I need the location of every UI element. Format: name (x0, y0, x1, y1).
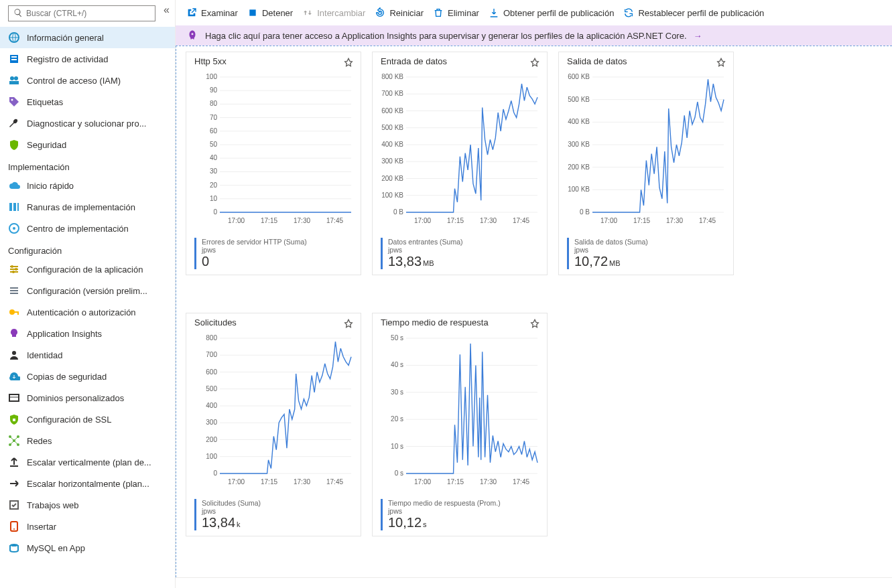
svg-point-15 (12, 271, 15, 273)
arrow-right-icon: → (694, 31, 702, 41)
nav-main-item-0[interactable]: Información general (0, 27, 175, 48)
nav-conf-item-13[interactable]: MySQL en App (0, 537, 175, 559)
open-external-icon (186, 7, 197, 18)
stop-icon (247, 7, 258, 18)
svg-text:17:15: 17:15 (261, 478, 277, 486)
svg-text:17:00: 17:00 (414, 478, 431, 486)
nav-label: Escalar verticalmente (plan de... (27, 457, 151, 467)
metric-card-requests[interactable]: Solicitudes 010020030040050060070080017:… (186, 313, 361, 536)
nav-impl-item-1[interactable]: Ranuras de implementación (0, 196, 175, 218)
card-title: Http 5xx (186, 52, 361, 66)
nav-main-item-2[interactable]: Control de acceso (IAM) (0, 70, 175, 91)
svg-text:700 KB: 700 KB (381, 90, 403, 97)
swap-icon (302, 7, 313, 18)
nav-conf-item-3[interactable]: Application Insights (0, 323, 175, 344)
nav-label: Control de acceso (IAM) (27, 76, 121, 86)
svg-text:400 KB: 400 KB (568, 118, 590, 125)
sidebar: « Información generalRegistro de activid… (0, 0, 176, 588)
svg-text:20: 20 (210, 181, 218, 189)
nav-conf-item-8[interactable]: Redes (0, 430, 175, 451)
svg-text:90: 90 (210, 86, 218, 94)
svg-point-14 (15, 268, 17, 271)
iam-icon (8, 74, 20, 86)
svg-text:50: 50 (210, 141, 218, 148)
svg-text:60: 60 (210, 127, 218, 135)
refresh-icon (623, 7, 634, 18)
svg-text:17:15: 17:15 (447, 478, 464, 486)
legend-sub: jpws (388, 507, 539, 515)
nav-label: Inicio rápido (27, 181, 74, 191)
collapse-sidebar-icon[interactable]: « (164, 4, 170, 16)
pin-icon[interactable] (343, 319, 354, 329)
svg-text:200 KB: 200 KB (381, 175, 403, 182)
svg-text:17:45: 17:45 (326, 478, 343, 486)
svg-text:600 KB: 600 KB (381, 107, 403, 115)
center-icon (8, 222, 20, 234)
push-icon (8, 520, 20, 532)
nav-conf-item-11[interactable]: Trabajos web (0, 494, 175, 516)
chart-data_out: 0 B100 KB200 KB300 KB400 KB500 KB600 KB1… (559, 66, 733, 234)
svg-text:0 B: 0 B (393, 208, 403, 216)
nav-conf-item-7[interactable]: Configuración de SSL (0, 409, 175, 430)
network-icon (8, 435, 20, 447)
svg-text:100: 100 (206, 73, 217, 80)
insights-banner[interactable]: Haga clic aquí para tener acceso a Appli… (176, 25, 892, 46)
pin-icon[interactable] (343, 58, 354, 68)
shield-icon (8, 139, 20, 151)
nav-label: Ranuras de implementación (27, 202, 135, 212)
scaleout-icon (8, 477, 20, 490)
nav-impl-item-2[interactable]: Centro de implementación (0, 218, 175, 239)
get-profile-button[interactable]: Obtener perfil de publicación (489, 7, 615, 18)
search-icon (13, 8, 23, 17)
svg-text:700: 700 (206, 351, 217, 358)
nav-label: Identidad (27, 350, 63, 360)
nav-conf-item-6[interactable]: Dominios personalizados (0, 387, 175, 409)
metric-card-data_out[interactable]: Salida de datos 0 B100 KB200 KB300 KB400… (558, 52, 734, 275)
svg-point-19 (12, 351, 16, 355)
metric-card-http5xx[interactable]: Http 5xx 010203040506070809010017:0017:1… (186, 52, 361, 275)
pin-icon[interactable] (529, 58, 540, 68)
nav-label: Trabajos web (27, 500, 79, 510)
nav-label: Configuración (versión prelim... (27, 286, 147, 296)
svg-text:17:15: 17:15 (447, 217, 464, 224)
nav-conf-item-4[interactable]: Identidad (0, 344, 175, 366)
nav-main-item-3[interactable]: Etiquetas (0, 91, 175, 113)
nav-conf-item-10[interactable]: Escalar horizontalmente (plan... (0, 473, 175, 494)
nav-main-item-4[interactable]: Diagnosticar y solucionar pro... (0, 113, 175, 134)
metric-card-data_in[interactable]: Entrada de datos 0 B100 KB200 KB300 KB40… (372, 52, 548, 275)
nav-conf-item-0[interactable]: Configuración de la aplicación (0, 259, 175, 280)
examine-button[interactable]: Examinar (186, 7, 238, 18)
card-title: Solicitudes (186, 313, 361, 327)
restart-button[interactable]: Reiniciar (375, 7, 424, 18)
pin-icon[interactable] (529, 319, 540, 329)
nav-conf-item-9[interactable]: Escalar verticalmente (plan de... (0, 451, 175, 473)
svg-text:70: 70 (210, 114, 218, 121)
svg-text:17:45: 17:45 (513, 478, 529, 486)
legend: Errores de servidor HTTP (Suma) jpws 0 (194, 238, 353, 269)
chart-requests: 010020030040050060070080017:0017:1517:30… (186, 327, 361, 495)
metric-card-resp_time[interactable]: Tiempo medio de respuesta 0 s10 s20 s30 … (372, 313, 548, 536)
pin-icon[interactable] (716, 58, 726, 68)
search-input[interactable] (8, 5, 155, 21)
webjobs-icon (8, 499, 20, 511)
nav-conf-item-5[interactable]: Copias de seguridad (0, 366, 175, 387)
nav-label: Configuración de la aplicación (27, 265, 143, 275)
nav-conf-item-2[interactable]: Autenticación o autorización (0, 301, 175, 323)
nav-label: Application Insights (27, 329, 102, 339)
card-title: Entrada de datos (373, 52, 547, 66)
horizontal-scrollbar[interactable] (176, 577, 892, 588)
svg-text:30 s: 30 s (391, 388, 403, 396)
nav-impl-item-0[interactable]: Inicio rápido (0, 175, 175, 196)
legend: Salida de datos (Suma) jpws 10,72MB (567, 238, 725, 269)
card-title: Salida de datos (559, 52, 733, 66)
svg-text:17:45: 17:45 (513, 217, 529, 224)
svg-text:17:45: 17:45 (699, 217, 716, 224)
nav-conf-item-1[interactable]: Configuración (versión prelim... (0, 280, 175, 301)
svg-text:10 s: 10 s (391, 443, 403, 450)
reset-profile-button[interactable]: Restablecer perfil de publicación (623, 7, 764, 18)
nav-conf-item-12[interactable]: Insertar (0, 516, 175, 537)
nav-main-item-1[interactable]: Registro de actividad (0, 48, 175, 70)
delete-button[interactable]: Eliminar (433, 7, 479, 18)
stop-button[interactable]: Detener (247, 7, 293, 18)
nav-main-item-5[interactable]: Seguridad (0, 134, 175, 155)
